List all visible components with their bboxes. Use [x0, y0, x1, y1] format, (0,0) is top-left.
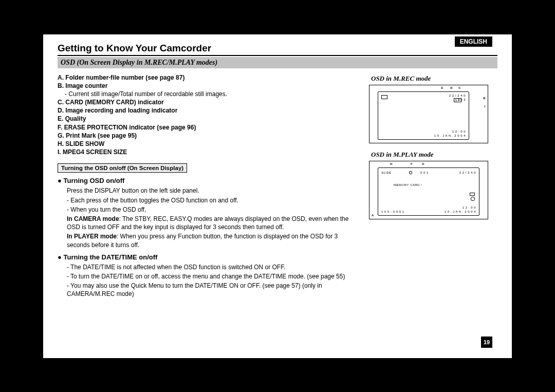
list-item: H. SLIDE SHOW: [58, 140, 357, 148]
callout-h: H: [390, 162, 393, 165]
lock-icon: [409, 171, 412, 174]
manual-page: ENGLISH Getting to Know Your Camcorder O…: [43, 34, 512, 358]
section-heading: ● Turning OSD on/off: [58, 177, 357, 184]
body-text: In CAMERA mode: The STBY, REC, EASY.Q mo…: [67, 215, 357, 231]
list-item: D. Image recording and loading indicator: [58, 106, 357, 115]
osd-mrec-diagram: 2 2 / 2 4 0 S F 3 5 2 1 2 : 0 0 1 0 . J …: [369, 85, 488, 143]
body-text: - Each press of the button toggles the O…: [67, 196, 357, 204]
feature-list: A. Folder number-file number (see page 8…: [58, 73, 357, 157]
callout-e: E: [441, 86, 443, 89]
list-item: E. Quality: [58, 115, 357, 123]
osd-mrec-label: OSD in M.REC mode: [371, 74, 497, 83]
left-column: A. Folder number-file number (see page 8…: [58, 73, 357, 300]
list-item: I. MPEG4 SCREEN SIZE: [58, 148, 357, 156]
callout-f: F: [411, 162, 413, 165]
section-heading: ● Turning the DATE/TIME on/off: [58, 253, 357, 261]
osd-counter: 2 2 / 2 4 0: [459, 171, 476, 174]
callout-d: D: [450, 86, 453, 89]
body-text: Press the DISPLAY button on the left sid…: [67, 186, 357, 195]
card-icon: [381, 95, 387, 99]
osd-printmark: 0 0 1: [420, 171, 429, 174]
osd-size: 3 5 2: [457, 98, 466, 101]
boxed-label: Turning the OSD on/off (On Screen Displa…: [58, 163, 187, 173]
content-columns: A. Folder number-file number (see page 8…: [58, 73, 497, 300]
list-item-note: - Current still image/Total number of re…: [65, 90, 357, 98]
body-text: - The DATE/TIME is not affected when the…: [67, 263, 357, 271]
list-item: F. ERASE PROTECTION indicator (see page …: [58, 123, 357, 132]
language-tab: ENGLISH: [455, 36, 492, 47]
callout-b: B: [483, 97, 486, 100]
list-item: G. Print Mark (see page 95): [58, 132, 357, 140]
osd-screen: 2 2 / 2 4 0 S F 3 5 2 1 2 : 0 0 1 0 . J …: [378, 91, 469, 140]
osd-slide: SLIDE: [381, 171, 392, 174]
osd-folderfile: 1 0 0 - 0 0 0 1: [381, 210, 404, 213]
osd-mplay-diagram: SLIDE 0 0 1 2 2 / 2 4 0 MEMORY CARD ! 1 …: [369, 161, 488, 219]
osd-counter: 2 2 / 2 4 0: [449, 94, 466, 97]
osd-mplay-label: OSD in M.PLAY mode: [371, 151, 497, 159]
osd-date: 1 0 . J A N . 2 0 0 4: [445, 210, 476, 213]
page-number: 19: [481, 337, 492, 348]
callout-c: C: [458, 86, 461, 89]
subtitle-bar: OSD (On Screen Display in M.REC/M.PLAY m…: [58, 57, 497, 68]
callout-i: I: [485, 105, 486, 108]
disc-icon: [471, 197, 475, 201]
body-text: - To turn the DATE/TIME on or off, acces…: [67, 272, 357, 281]
list-item: C. CARD (MEMORY CARD) indicator: [58, 98, 357, 106]
mode-label: In CAMERA mode: [67, 215, 119, 222]
osd-screen: SLIDE 0 0 1 2 2 / 2 4 0 MEMORY CARD ! 1 …: [378, 167, 479, 216]
osd-time: 1 2 : 0 0: [462, 206, 476, 209]
mode-label: In PLAYER mode: [67, 233, 117, 240]
list-item: A. Folder number-file number (see page 8…: [58, 73, 357, 82]
callout-g: G: [422, 162, 424, 165]
list-item: B. Image counter - Current still image/T…: [58, 82, 357, 98]
callout-a: A: [372, 214, 374, 217]
osd-time: 1 2 : 0 0: [452, 130, 466, 133]
osd-memcard: MEMORY CARD !: [394, 183, 422, 186]
page-title: Getting to Know Your Camcorder: [58, 43, 497, 56]
list-item-label: B. Image counter: [58, 82, 107, 89]
body-text: - When you turn the OSD off,: [67, 206, 357, 214]
body-text: In PLAYER mode: When you press any Funct…: [67, 232, 357, 249]
body-text: - You may also use the Quick Menu to tur…: [67, 282, 357, 298]
osd-date: 1 0 . J A N . 2 0 0 4: [434, 134, 466, 137]
right-column: OSD in M.REC mode 2 2 / 2 4 0 S F 3 5 2 …: [364, 73, 497, 300]
card-icon: [470, 193, 475, 196]
